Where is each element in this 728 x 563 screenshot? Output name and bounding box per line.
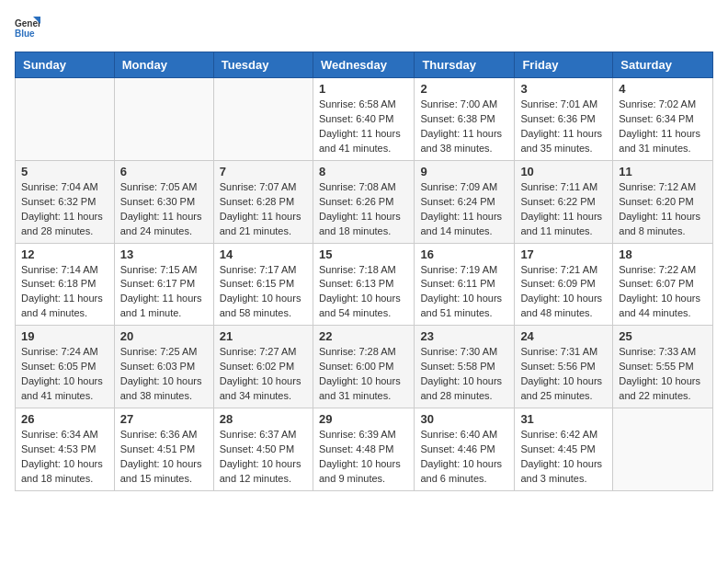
weekday-header-thursday: Thursday (415, 52, 515, 78)
sunset-text: Sunset: 4:46 PM (420, 443, 495, 454)
day-number: 31 (520, 412, 607, 426)
day-info: Sunrise: 7:15 AM Sunset: 6:17 PM Dayligh… (120, 263, 208, 322)
calendar-table: SundayMondayTuesdayWednesdayThursdayFrid… (15, 52, 713, 491)
sunrise-text: Sunrise: 7:04 AM (21, 181, 98, 192)
day-number: 13 (120, 247, 208, 261)
svg-text:Blue: Blue (15, 29, 35, 39)
calendar-cell: 7 Sunrise: 7:07 AM Sunset: 6:28 PM Dayli… (213, 160, 313, 243)
sunset-text: Sunset: 4:45 PM (520, 443, 595, 454)
sunset-text: Sunset: 6:22 PM (520, 196, 595, 207)
calendar-cell: 31 Sunrise: 6:42 AM Sunset: 4:45 PM Dayl… (515, 408, 613, 491)
day-number: 15 (319, 247, 408, 261)
sunset-text: Sunset: 6:32 PM (21, 196, 96, 207)
sunrise-text: Sunrise: 7:33 AM (619, 346, 696, 357)
sunset-text: Sunset: 4:48 PM (319, 443, 393, 454)
daylight-text: Daylight: 10 hours and 6 minutes. (420, 458, 502, 484)
sunset-text: Sunset: 6:07 PM (619, 278, 693, 289)
sunrise-text: Sunrise: 6:42 AM (520, 429, 597, 440)
sunset-text: Sunset: 4:50 PM (220, 443, 294, 454)
daylight-text: Daylight: 10 hours and 15 minutes. (120, 458, 202, 484)
calendar-cell (213, 78, 313, 161)
daylight-text: Daylight: 11 hours and 28 minutes. (21, 211, 103, 236)
sunrise-text: Sunrise: 7:24 AM (21, 346, 98, 357)
day-info: Sunrise: 6:58 AM Sunset: 6:40 PM Dayligh… (319, 98, 408, 156)
daylight-text: Daylight: 11 hours and 1 minute. (120, 293, 202, 318)
calendar-cell: 14 Sunrise: 7:17 AM Sunset: 6:15 PM Dayl… (213, 243, 313, 326)
sunrise-text: Sunrise: 7:25 AM (120, 346, 198, 357)
weekday-header-friday: Friday (515, 52, 613, 78)
daylight-text: Daylight: 10 hours and 38 minutes. (120, 375, 202, 401)
calendar-cell: 5 Sunrise: 7:04 AM Sunset: 6:32 PM Dayli… (16, 160, 115, 243)
sunrise-text: Sunrise: 7:21 AM (520, 264, 597, 275)
page-header: General Blue (15, 15, 713, 40)
day-number: 12 (21, 247, 108, 261)
day-number: 1 (319, 82, 408, 96)
calendar-cell (114, 78, 213, 161)
sunrise-text: Sunrise: 7:08 AM (319, 181, 396, 192)
sunrise-text: Sunrise: 6:39 AM (319, 429, 396, 440)
weekday-header-monday: Monday (114, 52, 213, 78)
day-number: 17 (520, 247, 607, 261)
logo: General Blue (15, 15, 44, 40)
daylight-text: Daylight: 11 hours and 21 minutes. (220, 211, 301, 236)
sunset-text: Sunset: 4:51 PM (120, 443, 195, 454)
day-info: Sunrise: 6:36 AM Sunset: 4:51 PM Dayligh… (120, 428, 208, 487)
calendar-cell: 19 Sunrise: 7:24 AM Sunset: 6:05 PM Dayl… (16, 326, 115, 408)
sunrise-text: Sunrise: 7:00 AM (420, 98, 497, 109)
calendar-cell: 22 Sunrise: 7:28 AM Sunset: 6:00 PM Dayl… (313, 326, 414, 408)
calendar-cell: 9 Sunrise: 7:09 AM Sunset: 6:24 PM Dayli… (415, 160, 515, 243)
day-number: 26 (21, 412, 108, 426)
sunset-text: Sunset: 6:38 PM (420, 113, 495, 124)
calendar-cell: 23 Sunrise: 7:30 AM Sunset: 5:58 PM Dayl… (415, 326, 515, 408)
calendar-cell: 1 Sunrise: 6:58 AM Sunset: 6:40 PM Dayli… (313, 78, 414, 161)
calendar-week-row: 1 Sunrise: 6:58 AM Sunset: 6:40 PM Dayli… (16, 78, 713, 161)
sunrise-text: Sunrise: 7:09 AM (420, 181, 497, 192)
sunrise-text: Sunrise: 7:02 AM (619, 98, 696, 109)
sunset-text: Sunset: 6:28 PM (220, 196, 294, 207)
sunset-text: Sunset: 6:13 PM (319, 278, 393, 289)
day-info: Sunrise: 6:39 AM Sunset: 4:48 PM Dayligh… (319, 428, 408, 487)
sunrise-text: Sunrise: 7:19 AM (420, 264, 497, 275)
calendar-week-row: 12 Sunrise: 7:14 AM Sunset: 6:18 PM Dayl… (16, 243, 713, 326)
daylight-text: Daylight: 10 hours and 34 minutes. (220, 375, 301, 401)
calendar-week-row: 26 Sunrise: 6:34 AM Sunset: 4:53 PM Dayl… (16, 408, 713, 491)
day-info: Sunrise: 7:24 AM Sunset: 6:05 PM Dayligh… (21, 345, 108, 404)
day-number: 3 (520, 82, 607, 96)
sunset-text: Sunset: 6:17 PM (120, 278, 195, 289)
day-number: 25 (619, 329, 707, 343)
calendar-cell: 11 Sunrise: 7:12 AM Sunset: 6:20 PM Dayl… (613, 160, 713, 243)
day-info: Sunrise: 7:00 AM Sunset: 6:38 PM Dayligh… (420, 98, 508, 156)
sunset-text: Sunset: 6:30 PM (120, 196, 195, 207)
sunrise-text: Sunrise: 7:15 AM (120, 264, 198, 275)
calendar-cell: 13 Sunrise: 7:15 AM Sunset: 6:17 PM Dayl… (114, 243, 213, 326)
sunrise-text: Sunrise: 7:12 AM (619, 181, 696, 192)
calendar-cell: 4 Sunrise: 7:02 AM Sunset: 6:34 PM Dayli… (613, 78, 713, 161)
daylight-text: Daylight: 10 hours and 9 minutes. (319, 458, 401, 484)
daylight-text: Daylight: 11 hours and 11 minutes. (520, 211, 602, 236)
daylight-text: Daylight: 10 hours and 54 minutes. (319, 293, 401, 318)
day-number: 18 (619, 247, 707, 261)
day-number: 4 (619, 82, 707, 96)
daylight-text: Daylight: 11 hours and 4 minutes. (21, 293, 103, 318)
daylight-text: Daylight: 11 hours and 8 minutes. (619, 211, 700, 236)
day-info: Sunrise: 7:05 AM Sunset: 6:30 PM Dayligh… (120, 180, 208, 239)
sunset-text: Sunset: 6:15 PM (220, 278, 294, 289)
day-info: Sunrise: 6:37 AM Sunset: 4:50 PM Dayligh… (220, 428, 307, 487)
daylight-text: Daylight: 11 hours and 38 minutes. (420, 128, 502, 154)
day-number: 2 (420, 82, 508, 96)
day-number: 5 (21, 165, 108, 178)
sunrise-text: Sunrise: 7:31 AM (520, 346, 597, 357)
sunrise-text: Sunrise: 6:37 AM (220, 429, 297, 440)
calendar-cell: 27 Sunrise: 6:36 AM Sunset: 4:51 PM Dayl… (114, 408, 213, 491)
day-info: Sunrise: 7:12 AM Sunset: 6:20 PM Dayligh… (619, 180, 707, 239)
daylight-text: Daylight: 11 hours and 31 minutes. (619, 128, 700, 154)
calendar-cell: 17 Sunrise: 7:21 AM Sunset: 6:09 PM Dayl… (515, 243, 613, 326)
calendar-cell: 20 Sunrise: 7:25 AM Sunset: 6:03 PM Dayl… (114, 326, 213, 408)
daylight-text: Daylight: 10 hours and 41 minutes. (21, 375, 103, 401)
day-number: 19 (21, 329, 108, 343)
daylight-text: Daylight: 10 hours and 51 minutes. (420, 293, 502, 318)
daylight-text: Daylight: 10 hours and 31 minutes. (319, 375, 401, 401)
sunset-text: Sunset: 6:05 PM (21, 361, 96, 372)
daylight-text: Daylight: 11 hours and 18 minutes. (319, 211, 401, 236)
sunrise-text: Sunrise: 6:58 AM (319, 98, 396, 109)
